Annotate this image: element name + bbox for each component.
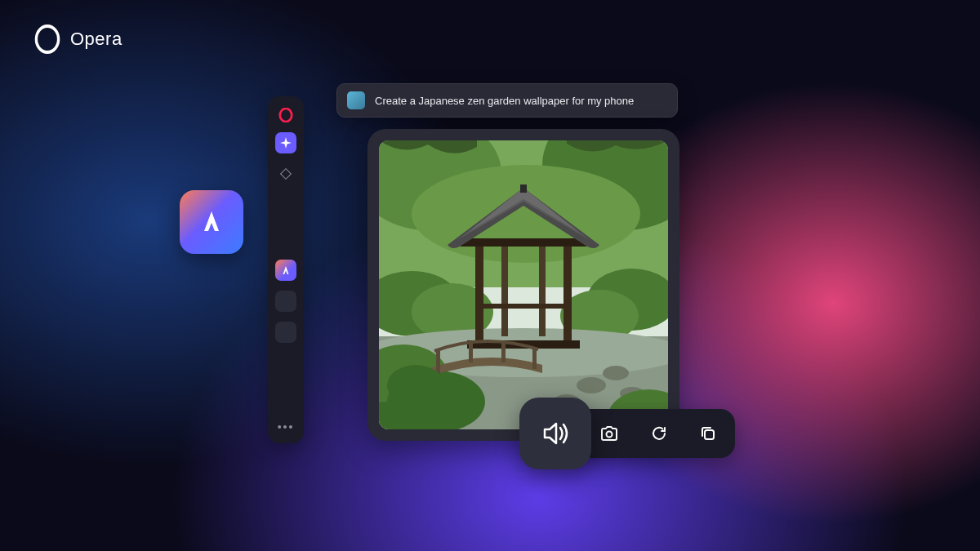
generated-image-card — [368, 129, 679, 441]
copy-icon — [699, 424, 717, 442]
svg-rect-28 — [469, 343, 473, 362]
aria-glyph-icon — [194, 205, 229, 239]
secondary-actions — [577, 409, 735, 458]
zen-garden-scene — [379, 140, 668, 429]
svg-rect-33 — [705, 430, 714, 439]
svg-rect-30 — [532, 348, 537, 369]
image-action-bar — [519, 398, 735, 469]
aria-app-icon[interactable] — [180, 190, 243, 254]
prompt-text: Create a Japanese zen garden wallpaper f… — [375, 95, 634, 107]
svg-point-13 — [603, 366, 629, 380]
opera-brand-logo: Opera — [33, 24, 122, 54]
browser-sidebar: ••• — [268, 96, 304, 443]
svg-rect-26 — [461, 238, 586, 247]
refresh-icon — [650, 424, 668, 442]
sparkle-nav-button[interactable] — [275, 132, 296, 153]
diamond-nav-button[interactable] — [275, 163, 296, 184]
camera-icon — [599, 424, 619, 443]
speaker-icon — [538, 416, 572, 451]
svg-rect-27 — [436, 351, 440, 374]
sidebar-more-button[interactable]: ••• — [278, 420, 295, 433]
opera-small-icon[interactable] — [278, 108, 293, 122]
svg-rect-23 — [539, 242, 546, 336]
svg-point-31 — [387, 365, 444, 406]
camera-button[interactable] — [599, 424, 619, 443]
speak-button[interactable] — [519, 398, 591, 469]
svg-point-32 — [607, 432, 612, 438]
svg-rect-24 — [475, 304, 572, 309]
opera-ring-icon — [35, 24, 60, 54]
svg-point-5 — [412, 165, 640, 263]
sparkle-icon — [280, 137, 292, 149]
copy-button[interactable] — [699, 424, 717, 442]
diamond-icon — [280, 168, 292, 180]
sidebar-slot-1[interactable] — [275, 291, 296, 312]
svg-rect-20 — [475, 247, 483, 344]
svg-rect-21 — [564, 247, 572, 344]
generated-image[interactable] — [379, 140, 668, 429]
user-avatar-icon — [347, 91, 365, 109]
sidebar-slot-2[interactable] — [275, 322, 296, 343]
svg-point-0 — [280, 109, 292, 122]
svg-rect-29 — [501, 343, 506, 362]
svg-point-12 — [577, 377, 606, 393]
sidebar-aria-app[interactable] — [275, 260, 296, 281]
opera-brand-text: Opera — [70, 29, 122, 50]
refresh-button[interactable] — [650, 424, 668, 442]
aria-small-icon — [280, 264, 292, 276]
svg-rect-22 — [501, 242, 508, 336]
prompt-input-bar[interactable]: Create a Japanese zen garden wallpaper f… — [336, 83, 678, 118]
